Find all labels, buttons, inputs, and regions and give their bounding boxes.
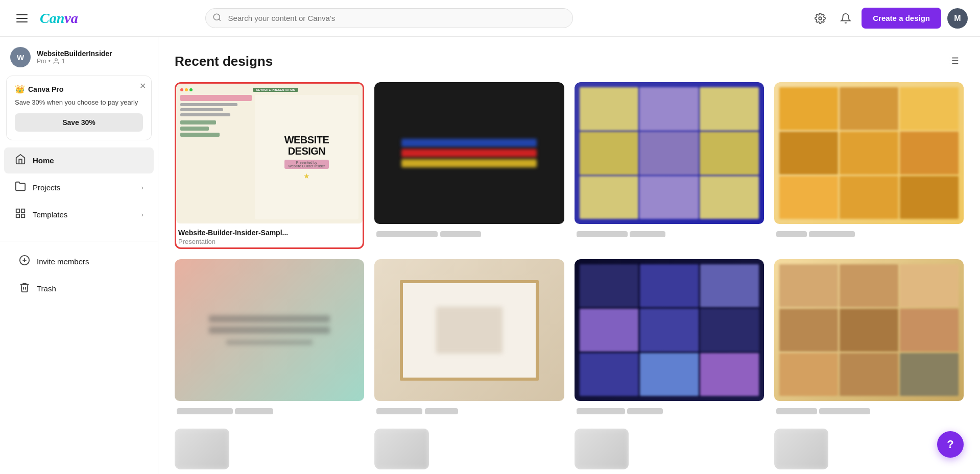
design-card-9[interactable] [175, 429, 364, 469]
save-30-button[interactable]: Save 30% [15, 113, 143, 132]
design-name-8 [776, 408, 817, 414]
design-meta-8 [774, 401, 964, 418]
user-info: WebsiteBuilderInsider Pro • 1 [37, 49, 112, 65]
help-button[interactable]: ? [937, 431, 964, 458]
svg-point-0 [213, 14, 220, 20]
design-name-3 [577, 231, 628, 237]
design-thumbnail-6 [374, 259, 564, 401]
design-card-12[interactable] [774, 429, 964, 469]
trash-label: Trash [37, 284, 139, 293]
design-type-3 [630, 231, 665, 237]
design-name-5 [177, 408, 233, 414]
search-bar [205, 8, 573, 28]
sidebar-item-trash[interactable]: Trash [8, 276, 150, 302]
design-meta-1: Website-Builder-Insider-Sampl... Present… [176, 223, 363, 247]
user-meta: Pro • 1 [37, 58, 112, 65]
projects-icon [14, 181, 27, 194]
home-icon [14, 154, 27, 167]
design-thumbnail-10 [374, 429, 429, 469]
design-type-7 [627, 408, 663, 414]
design-meta-4 [774, 224, 964, 241]
section-header: Recent designs [175, 51, 964, 72]
designs-grid-partial [175, 429, 964, 469]
templates-arrow-icon: › [141, 211, 144, 218]
sidebar-item-projects[interactable]: Projects › [4, 174, 154, 201]
sidebar-nav: Home Projects › Templates › [0, 146, 158, 474]
invite-icon [18, 255, 31, 268]
design-type-8 [819, 408, 870, 414]
svg-rect-3 [21, 209, 25, 212]
design-type-6 [425, 408, 458, 414]
user-name: WebsiteBuilderInsider [37, 49, 112, 58]
design-card-6[interactable] [374, 259, 564, 418]
main-content: Recent designs KEYNOTE [158, 37, 980, 474]
create-design-button[interactable]: Create a design [862, 8, 941, 29]
design-card-5[interactable] [175, 259, 364, 418]
search-icon [212, 13, 222, 24]
section-title: Recent designs [175, 54, 273, 69]
design-card-2[interactable] [374, 82, 564, 249]
templates-label: Templates [33, 210, 135, 219]
header-actions: Create a design M [810, 8, 968, 29]
design-thumbnail-7 [575, 259, 764, 401]
design-thumbnail-11 [575, 429, 629, 469]
design-meta-2 [374, 224, 564, 241]
main-nav: Home Projects › Templates › [0, 147, 158, 228]
app-header: Canva Create a design M [0, 0, 980, 37]
search-input[interactable] [205, 8, 573, 28]
sidebar-user: W WebsiteBuilderInsider Pro • 1 [0, 37, 158, 76]
design-thumbnail-9 [175, 429, 229, 469]
design-card-10[interactable] [374, 429, 564, 469]
design-meta-7 [575, 401, 764, 418]
svg-rect-5 [16, 214, 19, 217]
design-name-2 [376, 231, 438, 237]
home-label: Home [33, 156, 144, 165]
main-layout: W WebsiteBuilderInsider Pro • 1 ✕ 👑 Canv… [0, 37, 980, 474]
design-card-8[interactable] [774, 259, 964, 418]
sidebar: W WebsiteBuilderInsider Pro • 1 ✕ 👑 Canv… [0, 37, 158, 474]
sidebar-item-invite[interactable]: Invite members [8, 248, 150, 275]
pro-banner-close-button[interactable]: ✕ [139, 81, 146, 91]
design-card-3[interactable] [575, 82, 764, 249]
canva-pro-banner: ✕ 👑 Canva Pro Save 30% when you choose t… [6, 76, 152, 140]
menu-toggle-button[interactable] [12, 10, 32, 27]
crown-icon: 👑 [15, 84, 25, 94]
design-thumbnail-3 [575, 82, 764, 224]
settings-button[interactable] [810, 9, 830, 28]
design-thumbnail-5 [175, 259, 364, 401]
design-type-1: Presentation [178, 238, 361, 245]
design-type-2 [440, 231, 481, 237]
pro-title: 👑 Canva Pro [15, 84, 143, 94]
projects-label: Projects [33, 183, 135, 192]
design-meta-3 [575, 224, 764, 241]
design-type-5 [235, 408, 273, 414]
design-thumbnail-1: KEYNOTE PRESENTATION [176, 84, 363, 223]
user-avatar-header[interactable]: M [947, 8, 968, 29]
sidebar-item-templates[interactable]: Templates › [4, 202, 154, 228]
pro-description: Save 30% when you choose to pay yearly [15, 98, 143, 107]
design-meta-5 [175, 401, 364, 418]
templates-icon [14, 208, 27, 221]
design-name-1: Website-Builder-Insider-Sampl... [178, 229, 361, 237]
canva-logo: Canva [40, 10, 78, 27]
design-thumbnail-4 [774, 82, 964, 224]
design-thumbnail-12 [774, 429, 829, 469]
sidebar-item-home[interactable]: Home [4, 147, 154, 173]
svg-rect-4 [21, 214, 25, 217]
design-card-1[interactable]: KEYNOTE PRESENTATION [175, 82, 364, 249]
projects-arrow-icon: › [141, 184, 144, 191]
sidebar-footer: Invite members Trash [0, 241, 158, 313]
design-name-4 [776, 231, 807, 237]
svg-rect-2 [16, 209, 19, 212]
website-design-preview: KEYNOTE PRESENTATION [176, 84, 363, 223]
notifications-button[interactable] [836, 9, 855, 28]
design-card-4[interactable] [774, 82, 964, 249]
user-avatar-sidebar: W [10, 47, 31, 67]
svg-point-1 [55, 59, 58, 61]
design-card-7[interactable] [575, 259, 764, 418]
design-name-6 [376, 408, 422, 414]
design-name-7 [577, 408, 625, 414]
design-thumbnail-2 [374, 82, 564, 224]
design-card-11[interactable] [575, 429, 764, 469]
view-toggle-button[interactable] [944, 51, 964, 72]
